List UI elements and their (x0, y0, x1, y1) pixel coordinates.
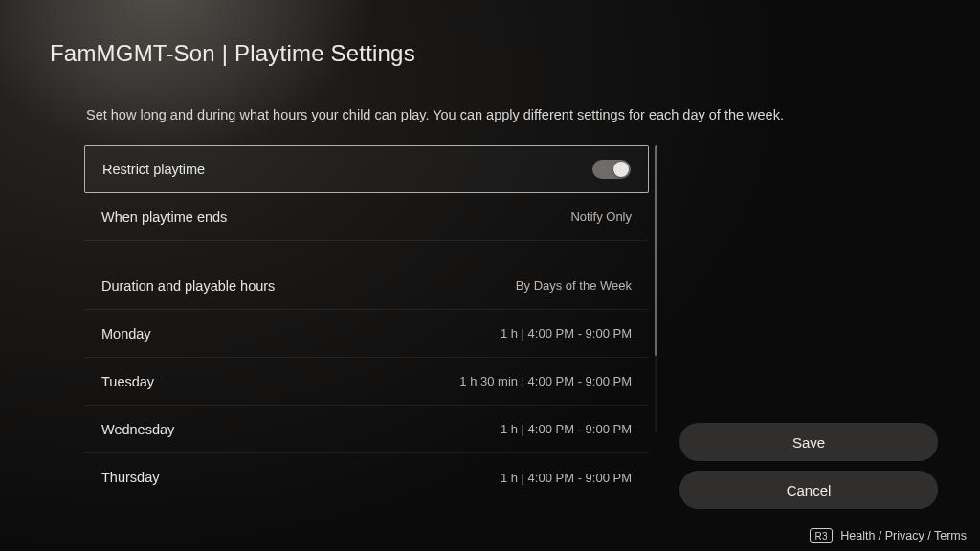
row-when-playtime-ends[interactable]: When playtime ends Notify Only (84, 193, 649, 241)
row-duration-playable-hours[interactable]: Duration and playable hours By Days of t… (84, 262, 649, 310)
row-thursday[interactable]: Thursday 1 h | 4:00 PM - 9:00 PM (84, 453, 649, 501)
cancel-button[interactable]: Cancel (679, 471, 938, 509)
row-value: Notify Only (570, 209, 632, 224)
toggle-knob-icon (613, 162, 629, 177)
row-restrict-playtime[interactable]: Restrict playtime (84, 145, 649, 193)
row-label: Thursday (101, 470, 159, 485)
row-value: By Days of the Week (516, 278, 632, 293)
row-label: When playtime ends (101, 209, 227, 225)
row-wednesday[interactable]: Wednesday 1 h | 4:00 PM - 9:00 PM (84, 406, 649, 453)
row-label: Tuesday (101, 374, 154, 389)
row-value: 1 h | 4:00 PM - 9:00 PM (501, 471, 632, 485)
row-label: Restrict playtime (102, 162, 205, 177)
scrollbar-thumb[interactable] (655, 145, 657, 356)
row-label: Duration and playable hours (101, 278, 275, 294)
row-value: 1 h | 4:00 PM - 9:00 PM (501, 422, 632, 436)
section-gap (84, 241, 649, 262)
row-monday[interactable]: Monday 1 h | 4:00 PM - 9:00 PM (84, 310, 649, 358)
toggle-restrict-playtime[interactable] (592, 160, 631, 179)
row-value: 1 h | 4:00 PM - 9:00 PM (501, 326, 632, 341)
row-tuesday[interactable]: Tuesday 1 h 30 min | 4:00 PM - 9:00 PM (84, 358, 649, 406)
r3-button-icon[interactable]: R3 (810, 528, 833, 543)
footer: R3 Health / Privacy / Terms (810, 528, 967, 543)
page-title: FamMGMT-Son | Playtime Settings (50, 40, 415, 67)
settings-description: Set how long and during what hours your … (86, 107, 784, 122)
row-label: Wednesday (101, 422, 174, 437)
settings-list: Restrict playtime When playtime ends Not… (84, 145, 649, 501)
footer-links[interactable]: Health / Privacy / Terms (840, 529, 967, 542)
row-value: 1 h 30 min | 4:00 PM - 9:00 PM (459, 374, 632, 388)
save-button[interactable]: Save (679, 423, 938, 461)
scrollbar-track[interactable] (655, 145, 657, 432)
row-label: Monday (101, 326, 151, 342)
